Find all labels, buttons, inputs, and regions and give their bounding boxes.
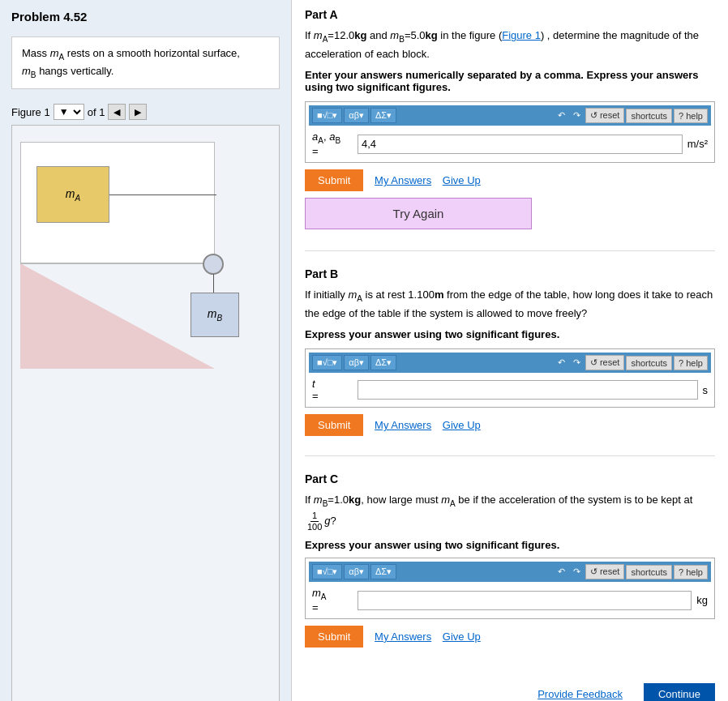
part-a-instruction: Enter your answers numerically separated… (305, 69, 715, 93)
part-c-unit: kg (696, 594, 708, 606)
table-edge-line (20, 263, 215, 264)
figure-of-n: of 1 (88, 106, 105, 118)
part-c-redo-btn[interactable]: ↷ (570, 565, 584, 579)
try-again-box: Try Again (305, 198, 532, 229)
part-a-action-row: Submit My Answers Give Up (305, 169, 715, 191)
part-b-redo-btn[interactable]: ↷ (570, 356, 584, 370)
figure-label: Figure 1 (11, 106, 50, 118)
part-c-input-row: mA= kg (309, 585, 711, 615)
part-a-title: Part A (305, 8, 715, 21)
part-b-unit: s (703, 384, 709, 396)
part-a-undo-btn[interactable]: ↶ (555, 109, 568, 122)
part-b-undo-btn[interactable]: ↶ (555, 356, 568, 370)
part-b-text: If initially mA is at rest 1.100m from t… (305, 287, 715, 322)
problem-title: Problem 4.52 (0, 0, 291, 30)
part-a-alpha-btn[interactable]: αβ▾ (344, 108, 369, 123)
part-a-input-area: ■√□▾ αβ▾ ΔΣ▾ ↶ ↷ ↺ reset shortcuts ? hel… (305, 101, 715, 163)
part-c-input[interactable] (358, 591, 692, 610)
part-b-my-answers-btn[interactable]: My Answers (375, 419, 431, 431)
part-c-section: Part C If mB=1.0kg, how large must mA be… (305, 472, 715, 667)
part-b-title: Part B (305, 267, 715, 280)
part-c-my-answers-btn[interactable]: My Answers (375, 630, 431, 643)
rope-vertical (213, 274, 214, 293)
part-c-submit-btn[interactable]: Submit (305, 626, 363, 648)
part-b-reset-btn[interactable]: ↺ reset (585, 355, 625, 370)
figure-prev-btn[interactable]: ◀ (108, 104, 126, 120)
part-a-input-row: aA, aB= 4,4 m/s² (309, 129, 711, 159)
right-panel: Part A If mA=12.0kg and mB=5.0kg in the … (292, 0, 728, 701)
part-a-give-up-btn[interactable]: Give Up (443, 174, 481, 186)
rope-horizontal (109, 194, 216, 195)
problem-description: Mass mA rests on a smooth horizontal sur… (11, 36, 280, 89)
part-c-alpha-btn[interactable]: αβ▾ (344, 564, 369, 579)
desc-text: Mass mA rests on a smooth horizontal sur… (22, 47, 240, 77)
part-a-unit: m/s² (687, 138, 708, 150)
part-b-input-row: t= s (309, 376, 711, 404)
part-b-help-btn[interactable]: ? help (674, 356, 708, 370)
part-b-submit-btn[interactable]: Submit (305, 414, 363, 436)
part-b-toolbar: ■√□▾ αβ▾ ΔΣ▾ ↶ ↷ ↺ reset shortcuts ? hel… (309, 353, 711, 373)
triangle-svg (20, 263, 215, 369)
provide-feedback-btn[interactable]: Provide Feedback (537, 688, 623, 700)
part-b-give-up-btn[interactable]: Give Up (443, 419, 481, 431)
part-a-section: Part A If mA=12.0kg and mB=5.0kg in the … (305, 8, 715, 251)
figure-next-btn[interactable]: ▶ (129, 104, 147, 120)
part-a-toolbar: ■√□▾ αβ▾ ΔΣ▾ ↶ ↷ ↺ reset shortcuts ? hel… (309, 105, 711, 126)
bottom-actions: Provide Feedback Continue (305, 683, 715, 701)
part-b-input-area: ■√□▾ αβ▾ ΔΣ▾ ↶ ↷ ↺ reset shortcuts ? hel… (305, 348, 715, 408)
part-a-input[interactable]: 4,4 (358, 135, 683, 154)
part-c-give-up-btn[interactable]: Give Up (443, 630, 481, 643)
part-b-alpha-btn[interactable]: αβ▾ (344, 355, 369, 370)
part-c-instruction: Express your answer using two significan… (305, 539, 715, 551)
part-b-instruction: Express your answer using two significan… (305, 328, 715, 340)
part-c-help-btn[interactable]: ? help (674, 565, 708, 579)
part-a-delta-btn[interactable]: ΔΣ▾ (370, 108, 396, 123)
part-b-delta-btn[interactable]: ΔΣ▾ (370, 355, 396, 370)
part-c-input-area: ■√□▾ αβ▾ ΔΣ▾ ↶ ↷ ↺ reset shortcuts ? hel… (305, 558, 715, 619)
part-c-shortcuts-btn[interactable]: shortcuts (626, 565, 672, 579)
part-a-label: aA, aB= (312, 130, 353, 157)
part-b-shortcuts-btn[interactable]: shortcuts (626, 356, 672, 370)
part-c-delta-btn[interactable]: ΔΣ▾ (370, 564, 396, 579)
svg-marker-0 (20, 263, 215, 369)
part-c-reset-btn[interactable]: ↺ reset (585, 564, 625, 579)
box-a: mA (36, 166, 109, 223)
part-b-label: t= (312, 378, 353, 402)
part-a-reset-btn[interactable]: ↺ reset (585, 108, 625, 123)
part-c-sqrt-btn[interactable]: ■√□▾ (312, 564, 342, 579)
part-c-text: If mB=1.0kg, how large must mA be if the… (305, 492, 715, 532)
left-panel: Problem 4.52 Mass mA rests on a smooth h… (0, 0, 292, 701)
part-a-redo-btn[interactable]: ↷ (570, 109, 584, 122)
pulley (203, 254, 224, 275)
part-a-help-btn[interactable]: ? help (674, 109, 708, 123)
part-c-action-row: Submit My Answers Give Up (305, 626, 715, 648)
part-a-text: If mA=12.0kg and mB=5.0kg in the figure … (305, 28, 715, 62)
part-b-action-row: Submit My Answers Give Up (305, 414, 715, 436)
figure-controls: Figure 1 ▼ of 1 ◀ ▶ (0, 99, 291, 125)
box-b: mB (191, 293, 239, 337)
figure-canvas: mA mB (11, 125, 280, 701)
part-c-toolbar: ■√□▾ αβ▾ ΔΣ▾ ↶ ↷ ↺ reset shortcuts ? hel… (309, 562, 711, 582)
part-c-undo-btn[interactable]: ↶ (555, 565, 568, 579)
part-b-sqrt-btn[interactable]: ■√□▾ (312, 355, 342, 370)
figure-1-link-a[interactable]: Figure 1 (502, 29, 541, 41)
part-c-title: Part C (305, 472, 715, 485)
part-a-my-answers-btn[interactable]: My Answers (375, 174, 431, 186)
part-a-submit-btn[interactable]: Submit (305, 169, 363, 191)
part-b-section: Part B If initially mA is at rest 1.100m… (305, 267, 715, 456)
part-b-input[interactable] (358, 380, 698, 400)
figure-select[interactable]: ▼ (54, 104, 84, 120)
part-a-sqrt-btn[interactable]: ■√□▾ (312, 108, 342, 123)
part-a-shortcuts-btn[interactable]: shortcuts (626, 109, 672, 123)
continue-btn[interactable]: Continue (644, 683, 715, 701)
part-c-label: mA= (312, 587, 353, 613)
